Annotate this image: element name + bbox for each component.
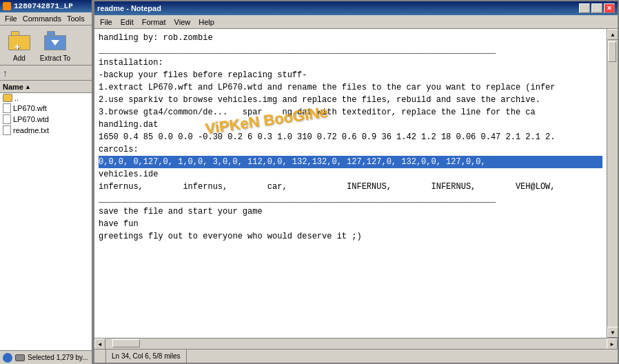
scroll-thumb[interactable] — [608, 41, 616, 62]
window-controls: _ □ ✕ — [579, 3, 615, 13]
notepad-panel: readme - Notepad _ □ ✕ File Edit Format … — [93, 0, 619, 364]
left-title-text: 1280742871_LP — [14, 2, 73, 10]
scroll-h-track[interactable] — [105, 338, 607, 349]
menu-format[interactable]: Format — [139, 17, 169, 27]
notepad-statusbar: Ln 34, Col 6, 5/8 miles — [94, 349, 618, 363]
arrow-down-icon — [51, 40, 59, 46]
status-icon — [3, 353, 12, 363]
scroll-track[interactable] — [607, 40, 618, 327]
horizontal-scrollbar[interactable]: ◄ ► — [94, 338, 618, 349]
left-toolbar: + Add Extract To — [0, 26, 92, 65]
extract-icon — [44, 31, 66, 50]
extract-folder-body — [44, 35, 66, 50]
file-name: readme.txt — [13, 126, 49, 134]
scroll-down-button[interactable]: ▼ — [607, 327, 618, 338]
name-column-header[interactable]: Name ▲ — [0, 82, 34, 92]
menu-edit[interactable]: Edit — [118, 17, 136, 27]
minimize-button[interactable]: _ — [579, 3, 590, 13]
list-item[interactable]: readme.txt — [0, 125, 92, 136]
notepad-content-area: handling by: rob.zombie_________________… — [94, 29, 618, 338]
file-name: LP670.wft — [13, 104, 47, 112]
plus-icon: + — [14, 41, 20, 52]
scroll-right-button[interactable]: ► — [607, 338, 618, 350]
menu-file[interactable]: File — [3, 14, 19, 23]
file-icon — [3, 103, 11, 113]
hdd-icon — [15, 354, 25, 361]
add-icon: + — [8, 31, 30, 50]
notepad-titlebar: readme - Notepad _ □ ✕ — [94, 1, 618, 15]
add-button[interactable]: + Add — [3, 28, 36, 62]
list-item[interactable]: LP670.wft — [0, 103, 92, 114]
list-item[interactable]: .. — [0, 93, 92, 103]
left-menubar: File Commands Tools — [0, 12, 92, 26]
left-statusbar: Selected 1,279 by... — [0, 350, 92, 364]
address-bar: ↑ — [0, 65, 92, 81]
left-titlebar: 1280742871_LP — [0, 0, 92, 12]
extract-label: Extract To — [40, 54, 70, 62]
add-icon-box: + — [7, 28, 32, 53]
vertical-scrollbar[interactable]: ▲ ▼ — [607, 29, 618, 338]
add-label: Add — [13, 54, 26, 62]
menu-tools[interactable]: Tools — [65, 14, 87, 23]
status-text: Selected 1,279 by... — [28, 354, 88, 361]
maximize-button[interactable]: □ — [591, 3, 602, 13]
scroll-up-button[interactable]: ▲ — [607, 29, 618, 40]
file-icon — [3, 125, 11, 135]
file-list-header: Name ▲ — [0, 81, 92, 93]
file-list: .. LP670.wft LP670.wtd readme.txt — [0, 93, 92, 350]
sort-arrow-icon: ▲ — [25, 83, 31, 90]
status-right: Ln 34, Col 6, 5/8 miles — [106, 350, 187, 363]
text-editor[interactable]: handling by: rob.zombie_________________… — [94, 29, 607, 338]
left-panel: 1280742871_LP File Commands Tools + Add — [0, 0, 93, 364]
scroll-h-thumb[interactable] — [112, 339, 140, 347]
notepad-title-text: readme - Notepad — [97, 4, 161, 12]
list-item[interactable]: LP670.wtd — [0, 114, 92, 125]
up-arrow-icon[interactable]: ↑ — [3, 68, 8, 79]
folder-body: + — [8, 35, 30, 50]
menu-file[interactable]: File — [97, 17, 115, 27]
folder-icon — [3, 94, 12, 102]
scroll-left-button[interactable]: ◄ — [94, 338, 105, 350]
file-name: .. — [14, 94, 19, 102]
close-button[interactable]: ✕ — [604, 3, 615, 13]
notepad-menubar: File Edit Format View Help — [94, 15, 618, 29]
status-left — [94, 350, 106, 363]
menu-commands[interactable]: Commands — [21, 14, 63, 23]
file-icon — [3, 114, 11, 124]
menu-help[interactable]: Help — [196, 17, 217, 27]
app-icon — [3, 2, 11, 10]
menu-view[interactable]: View — [172, 17, 194, 27]
extract-icon-box — [43, 28, 68, 53]
extract-button[interactable]: Extract To — [39, 28, 72, 62]
file-name: LP670.wtd — [13, 115, 49, 123]
